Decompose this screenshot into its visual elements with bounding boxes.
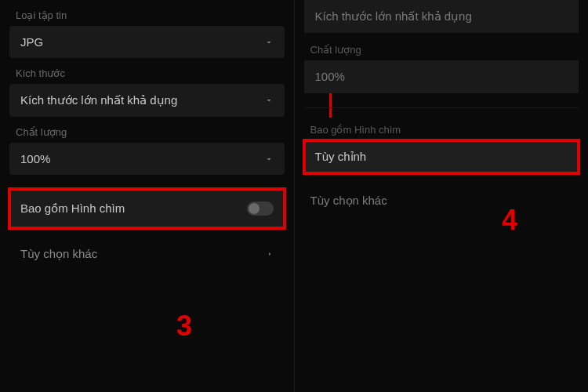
chevron-down-icon xyxy=(264,154,274,164)
chevron-down-icon xyxy=(264,96,274,105)
toggle-knob xyxy=(249,203,260,214)
right-top-area: Kích thước lớn nhất khả dụng Chất lượng … xyxy=(304,0,579,93)
watermark-section[interactable]: Bao gồm Hình chìm xyxy=(9,189,285,228)
other-options-row[interactable]: Tùy chọn khác xyxy=(9,234,285,274)
file-type-value: JPG xyxy=(20,35,43,49)
size-label: Kích thước xyxy=(9,61,285,84)
size-value: Kích thước lớn nhất khả dụng xyxy=(20,93,177,107)
quality-label: Chất lượng xyxy=(9,120,285,143)
right-size-select[interactable]: Kích thước lớn nhất khả dụng xyxy=(304,0,579,33)
right-quality-label: Chất lượng xyxy=(304,36,579,60)
right-other-options[interactable]: Tùy chọn khác xyxy=(304,183,579,219)
right-watermark-section-label: Bao gồm Hình chìm xyxy=(304,116,579,140)
chevron-right-icon xyxy=(266,250,274,258)
divider xyxy=(304,107,579,108)
annotation-step-3: 3 xyxy=(176,310,192,343)
file-type-label: Loại tập tin xyxy=(9,3,285,26)
watermark-toggle[interactable] xyxy=(247,201,274,216)
right-size-value: Kích thước lớn nhất khả dụng xyxy=(315,9,472,23)
chevron-down-icon xyxy=(264,38,274,47)
customize-label: Tùy chỉnh xyxy=(315,150,367,163)
quality-value: 100% xyxy=(20,152,50,165)
other-options-label: Tùy chọn khác xyxy=(20,247,97,261)
watermark-label: Bao gồm Hình chìm xyxy=(20,201,125,216)
annotation-step-4: 4 xyxy=(502,204,517,237)
right-settings-panel: Kích thước lớn nhất khả dụng Chất lượng … xyxy=(294,0,589,392)
size-select[interactable]: Kích thước lớn nhất khả dụng xyxy=(9,84,285,117)
right-quality-select[interactable]: 100% xyxy=(304,60,579,93)
right-quality-value: 100% xyxy=(315,70,345,83)
left-settings-panel: Loại tập tin JPG Kích thước Kích thước l… xyxy=(0,0,294,392)
customize-row[interactable]: Tùy chỉnh xyxy=(304,140,579,173)
quality-select[interactable]: 100% xyxy=(9,143,285,175)
file-type-select[interactable]: JPG xyxy=(9,26,285,58)
